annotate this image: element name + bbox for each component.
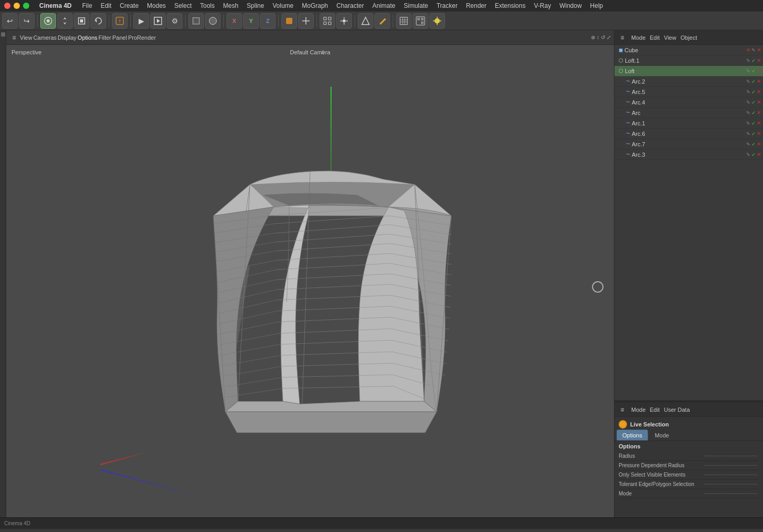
menu-select[interactable]: Select <box>170 1 195 10</box>
obj-item-arc3[interactable]: 〜 Arc.3 ✎ ✓ ✕ <box>614 149 763 160</box>
arc-vis-btn[interactable]: ✓ <box>751 110 756 115</box>
obj-item-arc2[interactable]: 〜 Arc.2 ✎ ✓ ✕ <box>614 76 763 87</box>
arc2-vis-btn[interactable]: ✓ <box>751 79 756 84</box>
obj-header-edit[interactable]: Edit <box>650 34 660 41</box>
menu-app[interactable]: Cinema 4D <box>36 1 75 10</box>
attr-header-userdata[interactable]: User Data <box>664 407 690 413</box>
menu-create[interactable]: Create <box>116 1 142 10</box>
light-button[interactable] <box>429 13 445 29</box>
fullscreen-button[interactable] <box>23 3 29 9</box>
rotate-tool-button[interactable] <box>90 13 106 29</box>
menu-mograph[interactable]: MoGraph <box>298 1 332 10</box>
pen-tool[interactable] <box>374 13 390 29</box>
obj-header-view[interactable]: View <box>664 34 677 41</box>
grid-button[interactable] <box>396 13 412 29</box>
menu-edit[interactable]: Edit <box>97 1 115 10</box>
arc3-x-btn[interactable]: ✕ <box>757 152 761 157</box>
cube-x2-btn[interactable]: ✕ <box>757 47 761 53</box>
vp-menu-display[interactable]: Display <box>58 34 76 41</box>
arc6-edit-btn[interactable]: ✎ <box>746 131 750 136</box>
render-preview-button[interactable]: ▶ <box>133 13 149 29</box>
arc-edit-btn[interactable]: ✎ <box>746 110 750 115</box>
obj-item-arc7[interactable]: 〜 Arc.7 ✎ ✓ ✕ <box>614 139 763 149</box>
vp-menu-view[interactable]: View <box>20 34 32 41</box>
arc3-edit-btn[interactable]: ✎ <box>746 152 750 157</box>
arc7-edit-btn[interactable]: ✎ <box>746 142 750 147</box>
arc6-vis-btn[interactable]: ✓ <box>751 131 756 136</box>
undo-button[interactable]: ↩ <box>2 13 18 29</box>
vp-menu-filter[interactable]: Filter <box>98 34 111 41</box>
vp-menu-prorender[interactable]: ProRender <box>128 34 156 41</box>
arc2-x-btn[interactable]: ✕ <box>757 78 761 84</box>
loft1-x-btn[interactable]: ✕ <box>757 57 761 63</box>
snap-options-button[interactable] <box>336 13 352 29</box>
scale-tool-button[interactable] <box>74 13 89 29</box>
obj-hamburger-icon[interactable]: ≡ <box>618 33 627 42</box>
arc4-x-btn[interactable]: ✕ <box>757 99 761 105</box>
cube-x-btn[interactable]: ✕ <box>746 47 750 53</box>
snap-to-grid[interactable] <box>320 13 335 29</box>
viewport-circle-button[interactable] <box>592 281 603 293</box>
menu-vray[interactable]: V-Ray <box>530 1 555 10</box>
menu-help[interactable]: Help <box>586 1 607 10</box>
menu-mesh[interactable]: Mesh <box>220 1 242 10</box>
close-button[interactable] <box>4 3 10 9</box>
arc1-edit-btn[interactable]: ✎ <box>746 121 750 126</box>
arc4-edit-btn[interactable]: ✎ <box>746 100 750 105</box>
arc5-x-btn[interactable]: ✕ <box>757 89 761 95</box>
loft1-edit-btn[interactable]: ✎ <box>746 58 750 63</box>
loft-vis-btn[interactable]: ✓ <box>751 68 756 74</box>
menu-spline[interactable]: Spline <box>243 1 268 10</box>
attr-header-mode[interactable]: Mode <box>631 407 646 413</box>
render-settings-button[interactable]: ⚙ <box>167 13 183 29</box>
axis-y-button[interactable]: Y <box>243 13 259 29</box>
live-selection-button[interactable] <box>40 13 56 29</box>
loft-x-btn[interactable]: ✕ <box>757 68 761 74</box>
twirl-tool[interactable] <box>358 13 373 29</box>
vp-menu-cameras[interactable]: Cameras <box>33 34 57 41</box>
snap-button[interactable] <box>298 13 314 29</box>
cube-edit-btn[interactable]: ✎ <box>751 48 756 53</box>
object-mode-button[interactable] <box>281 13 297 29</box>
loft-edit-btn[interactable]: ✎ <box>746 68 750 74</box>
display-mode-2[interactable] <box>205 13 221 29</box>
menu-animate[interactable]: Animate <box>369 1 399 10</box>
menu-character[interactable]: Character <box>333 1 368 10</box>
vp-menu-options[interactable]: Options <box>77 34 97 41</box>
transform-button[interactable]: T <box>112 13 128 29</box>
arc7-x-btn[interactable]: ✕ <box>757 141 761 147</box>
redo-button[interactable]: ↪ <box>19 13 35 29</box>
arc3-vis-btn[interactable]: ✓ <box>751 152 756 157</box>
axis-z-button[interactable]: Z <box>260 13 276 29</box>
arc4-vis-btn[interactable]: ✓ <box>751 100 756 105</box>
obj-item-cube[interactable]: ◼ Cube ✕ ✎ ✕ <box>614 45 763 55</box>
menu-modes[interactable]: Modes <box>143 1 169 10</box>
vp-reset-icon[interactable]: ↺ <box>601 34 605 40</box>
menu-render[interactable]: Render <box>462 1 490 10</box>
attr-tab-options[interactable]: Options <box>617 430 648 441</box>
menu-file[interactable]: File <box>78 1 96 10</box>
arc2-edit-btn[interactable]: ✎ <box>746 79 750 84</box>
arc1-x-btn[interactable]: ✕ <box>757 120 761 126</box>
arc5-vis-btn[interactable]: ✓ <box>751 89 756 95</box>
obj-item-arc5[interactable]: 〜 Arc.5 ✎ ✓ ✕ <box>614 87 763 97</box>
obj-item-loft[interactable]: ⬡ Loft ✎ ✓ ✕ <box>614 66 763 76</box>
arc1-vis-btn[interactable]: ✓ <box>751 121 756 126</box>
attr-hamburger-icon[interactable]: ≡ <box>618 405 627 414</box>
move-tool-button[interactable] <box>57 13 73 29</box>
render-button[interactable] <box>150 13 166 29</box>
scene-button[interactable] <box>413 13 428 29</box>
obj-item-arc[interactable]: 〜 Arc ✎ ✓ ✕ <box>614 108 763 118</box>
minimize-button[interactable] <box>14 3 20 9</box>
menu-volume[interactable]: Volume <box>269 1 297 10</box>
menu-tools[interactable]: Tools <box>196 1 218 10</box>
vp-menu-panel[interactable]: Panel <box>112 34 127 41</box>
arc6-x-btn[interactable]: ✕ <box>757 131 761 136</box>
obj-item-arc1[interactable]: 〜 Arc.1 ✎ ✓ ✕ <box>614 118 763 129</box>
vp-nav-icon[interactable]: ⊕ <box>591 34 595 40</box>
axis-x-button[interactable]: X <box>226 13 242 29</box>
obj-header-file[interactable]: Mode <box>631 34 646 41</box>
obj-item-loft1[interactable]: ⬡ Loft.1 ✎ ✓ ✕ <box>614 55 763 66</box>
vp-expand-icon[interactable]: ⤢ <box>607 34 611 40</box>
obj-header-object[interactable]: Object <box>680 34 697 41</box>
